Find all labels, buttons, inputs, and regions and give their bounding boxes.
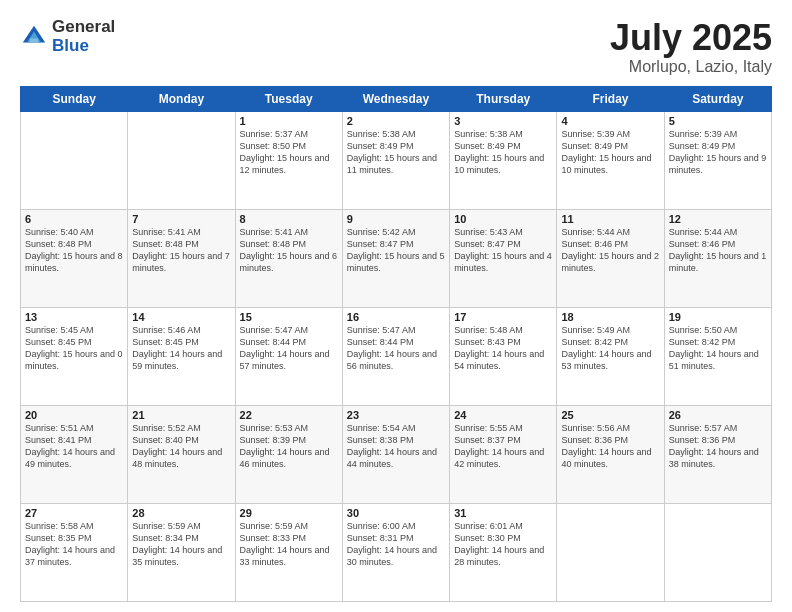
day-info: Sunrise: 5:53 AM Sunset: 8:39 PM Dayligh… [240,422,338,471]
calendar-cell [664,503,771,601]
day-info: Sunrise: 5:42 AM Sunset: 8:47 PM Dayligh… [347,226,445,275]
day-number: 11 [561,213,659,225]
calendar-cell: 8Sunrise: 5:41 AM Sunset: 8:48 PM Daylig… [235,209,342,307]
calendar-cell: 14Sunrise: 5:46 AM Sunset: 8:45 PM Dayli… [128,307,235,405]
day-number: 8 [240,213,338,225]
calendar-cell: 9Sunrise: 5:42 AM Sunset: 8:47 PM Daylig… [342,209,449,307]
calendar-cell: 5Sunrise: 5:39 AM Sunset: 8:49 PM Daylig… [664,111,771,209]
calendar-day-header: Sunday [21,86,128,111]
day-number: 4 [561,115,659,127]
day-number: 12 [669,213,767,225]
calendar-cell: 15Sunrise: 5:47 AM Sunset: 8:44 PM Dayli… [235,307,342,405]
day-info: Sunrise: 5:39 AM Sunset: 8:49 PM Dayligh… [669,128,767,177]
calendar-cell: 10Sunrise: 5:43 AM Sunset: 8:47 PM Dayli… [450,209,557,307]
day-number: 31 [454,507,552,519]
calendar-week-row: 1Sunrise: 5:37 AM Sunset: 8:50 PM Daylig… [21,111,772,209]
calendar-cell: 2Sunrise: 5:38 AM Sunset: 8:49 PM Daylig… [342,111,449,209]
calendar-cell: 19Sunrise: 5:50 AM Sunset: 8:42 PM Dayli… [664,307,771,405]
logo-icon [20,23,48,51]
calendar-cell: 1Sunrise: 5:37 AM Sunset: 8:50 PM Daylig… [235,111,342,209]
calendar-cell: 6Sunrise: 5:40 AM Sunset: 8:48 PM Daylig… [21,209,128,307]
day-number: 30 [347,507,445,519]
calendar-day-header: Thursday [450,86,557,111]
day-info: Sunrise: 5:41 AM Sunset: 8:48 PM Dayligh… [132,226,230,275]
calendar-cell: 4Sunrise: 5:39 AM Sunset: 8:49 PM Daylig… [557,111,664,209]
calendar-cell: 12Sunrise: 5:44 AM Sunset: 8:46 PM Dayli… [664,209,771,307]
calendar-cell: 22Sunrise: 5:53 AM Sunset: 8:39 PM Dayli… [235,405,342,503]
day-number: 17 [454,311,552,323]
day-number: 19 [669,311,767,323]
day-info: Sunrise: 5:38 AM Sunset: 8:49 PM Dayligh… [454,128,552,177]
day-info: Sunrise: 6:01 AM Sunset: 8:30 PM Dayligh… [454,520,552,569]
day-info: Sunrise: 5:59 AM Sunset: 8:34 PM Dayligh… [132,520,230,569]
day-number: 2 [347,115,445,127]
calendar-header-row: SundayMondayTuesdayWednesdayThursdayFrid… [21,86,772,111]
calendar-cell: 13Sunrise: 5:45 AM Sunset: 8:45 PM Dayli… [21,307,128,405]
calendar-cell: 16Sunrise: 5:47 AM Sunset: 8:44 PM Dayli… [342,307,449,405]
day-info: Sunrise: 5:47 AM Sunset: 8:44 PM Dayligh… [347,324,445,373]
day-number: 7 [132,213,230,225]
calendar-cell [128,111,235,209]
logo-blue: Blue [52,37,115,56]
calendar-cell: 17Sunrise: 5:48 AM Sunset: 8:43 PM Dayli… [450,307,557,405]
day-info: Sunrise: 5:54 AM Sunset: 8:38 PM Dayligh… [347,422,445,471]
day-info: Sunrise: 5:44 AM Sunset: 8:46 PM Dayligh… [561,226,659,275]
calendar-cell: 28Sunrise: 5:59 AM Sunset: 8:34 PM Dayli… [128,503,235,601]
calendar-cell: 31Sunrise: 6:01 AM Sunset: 8:30 PM Dayli… [450,503,557,601]
calendar-cell: 21Sunrise: 5:52 AM Sunset: 8:40 PM Dayli… [128,405,235,503]
calendar-cell: 11Sunrise: 5:44 AM Sunset: 8:46 PM Dayli… [557,209,664,307]
day-info: Sunrise: 5:39 AM Sunset: 8:49 PM Dayligh… [561,128,659,177]
calendar-cell: 3Sunrise: 5:38 AM Sunset: 8:49 PM Daylig… [450,111,557,209]
day-info: Sunrise: 5:38 AM Sunset: 8:49 PM Dayligh… [347,128,445,177]
calendar-day-header: Friday [557,86,664,111]
day-info: Sunrise: 5:58 AM Sunset: 8:35 PM Dayligh… [25,520,123,569]
logo-text: General Blue [52,18,115,55]
calendar-cell: 26Sunrise: 5:57 AM Sunset: 8:36 PM Dayli… [664,405,771,503]
day-number: 29 [240,507,338,519]
day-number: 3 [454,115,552,127]
day-info: Sunrise: 5:55 AM Sunset: 8:37 PM Dayligh… [454,422,552,471]
day-info: Sunrise: 5:37 AM Sunset: 8:50 PM Dayligh… [240,128,338,177]
calendar-week-row: 27Sunrise: 5:58 AM Sunset: 8:35 PM Dayli… [21,503,772,601]
calendar-day-header: Monday [128,86,235,111]
day-number: 24 [454,409,552,421]
day-info: Sunrise: 5:46 AM Sunset: 8:45 PM Dayligh… [132,324,230,373]
calendar-cell [21,111,128,209]
day-info: Sunrise: 5:48 AM Sunset: 8:43 PM Dayligh… [454,324,552,373]
main-title: July 2025 [610,18,772,58]
calendar-cell [557,503,664,601]
day-number: 10 [454,213,552,225]
calendar-week-row: 20Sunrise: 5:51 AM Sunset: 8:41 PM Dayli… [21,405,772,503]
day-number: 13 [25,311,123,323]
day-info: Sunrise: 5:59 AM Sunset: 8:33 PM Dayligh… [240,520,338,569]
calendar-day-header: Saturday [664,86,771,111]
day-info: Sunrise: 5:50 AM Sunset: 8:42 PM Dayligh… [669,324,767,373]
title-block: July 2025 Morlupo, Lazio, Italy [610,18,772,76]
calendar-cell: 20Sunrise: 5:51 AM Sunset: 8:41 PM Dayli… [21,405,128,503]
calendar-cell: 18Sunrise: 5:49 AM Sunset: 8:42 PM Dayli… [557,307,664,405]
day-info: Sunrise: 5:41 AM Sunset: 8:48 PM Dayligh… [240,226,338,275]
day-info: Sunrise: 5:49 AM Sunset: 8:42 PM Dayligh… [561,324,659,373]
day-info: Sunrise: 5:47 AM Sunset: 8:44 PM Dayligh… [240,324,338,373]
calendar-day-header: Wednesday [342,86,449,111]
day-info: Sunrise: 5:52 AM Sunset: 8:40 PM Dayligh… [132,422,230,471]
logo-general: General [52,18,115,37]
calendar-week-row: 6Sunrise: 5:40 AM Sunset: 8:48 PM Daylig… [21,209,772,307]
day-number: 23 [347,409,445,421]
calendar-table: SundayMondayTuesdayWednesdayThursdayFrid… [20,86,772,602]
day-number: 6 [25,213,123,225]
day-number: 25 [561,409,659,421]
day-number: 5 [669,115,767,127]
calendar-cell: 30Sunrise: 6:00 AM Sunset: 8:31 PM Dayli… [342,503,449,601]
day-number: 28 [132,507,230,519]
subtitle: Morlupo, Lazio, Italy [610,58,772,76]
day-number: 16 [347,311,445,323]
day-info: Sunrise: 5:44 AM Sunset: 8:46 PM Dayligh… [669,226,767,275]
calendar-week-row: 13Sunrise: 5:45 AM Sunset: 8:45 PM Dayli… [21,307,772,405]
day-info: Sunrise: 5:57 AM Sunset: 8:36 PM Dayligh… [669,422,767,471]
day-number: 1 [240,115,338,127]
day-number: 20 [25,409,123,421]
day-number: 15 [240,311,338,323]
svg-rect-2 [30,38,38,42]
day-number: 9 [347,213,445,225]
